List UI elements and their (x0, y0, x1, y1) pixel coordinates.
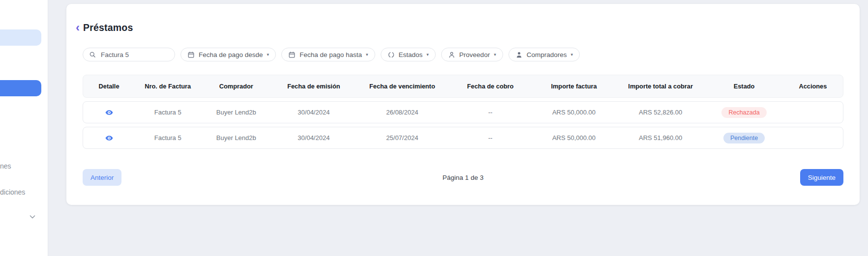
filters-bar: Fecha de pago desde ▾ Fecha de pago hast… (83, 48, 843, 61)
table-header-row: Detalle Nro. de Factura Comprador Fecha … (83, 75, 843, 98)
chevron-down-icon[interactable] (28, 212, 37, 221)
page-title: Préstamos (83, 22, 133, 33)
filter-label: Proveedor (459, 51, 490, 58)
pagination-bar: Anterior Página 1 de 3 Siguiente (83, 169, 843, 186)
calendar-icon (288, 51, 296, 58)
cell-total: ARS 51,960.00 (616, 134, 705, 142)
cell-vencimiento: 25/07/2024 (356, 134, 449, 142)
cell-importe: ARS 50,000.00 (532, 109, 616, 116)
person-filled-icon (515, 51, 523, 58)
filter-date-to-button[interactable]: Fecha de pago hasta ▾ (281, 48, 375, 61)
caret-down-icon: ▾ (426, 52, 429, 57)
filter-provider-button[interactable]: Proveedor ▾ (441, 48, 503, 61)
page-info: Página 1 de 3 (443, 174, 483, 181)
status-badge: Rechazada (721, 107, 766, 118)
cell-comprador: Buyer Lend2b (201, 134, 271, 142)
col-importe: Importe factura (532, 83, 616, 90)
caret-down-icon: ▾ (267, 52, 269, 57)
table-row: Factura 5 Buyer Lend2b 30/04/2024 26/08/… (83, 101, 843, 123)
filter-buyers-button[interactable]: Compradores ▾ (509, 48, 580, 61)
search-icon (89, 51, 96, 58)
filter-label: Estados (399, 51, 423, 58)
col-detalle: Detalle (83, 83, 135, 90)
view-detail-button[interactable] (105, 109, 113, 116)
col-cobro: Fecha de cobro (449, 83, 532, 90)
search-input[interactable] (101, 51, 170, 58)
sidebar: nes diciones (0, 0, 48, 256)
cell-cobro: -- (449, 109, 532, 116)
col-total: Importe total a cobrar (616, 83, 705, 90)
sidebar-item-label-truncated[interactable]: diciones (0, 188, 25, 196)
sidebar-item-label-truncated[interactable]: nes (0, 162, 11, 170)
eye-icon (105, 134, 113, 142)
sidebar-item-active[interactable] (0, 80, 41, 96)
filter-label: Compradores (527, 51, 567, 58)
cell-cobro: -- (449, 134, 532, 142)
calendar-icon (187, 51, 195, 58)
cell-vencimiento: 26/08/2024 (356, 109, 449, 116)
caret-down-icon: ▾ (494, 52, 496, 57)
view-detail-button[interactable] (105, 134, 113, 142)
loans-table: Detalle Nro. de Factura Comprador Fecha … (83, 75, 843, 149)
filter-label: Fecha de pago hasta (299, 51, 362, 58)
status-ring-icon (388, 51, 395, 58)
cell-comprador: Buyer Lend2b (201, 109, 271, 116)
previous-page-button[interactable]: Anterior (83, 169, 121, 186)
sidebar-item-highlight[interactable] (0, 29, 41, 46)
col-emision: Fecha de emisión (271, 83, 356, 90)
filter-label: Fecha de pago desde (199, 51, 263, 58)
eye-icon (105, 109, 113, 116)
col-nro-factura: Nro. de Factura (135, 83, 201, 90)
cell-emision: 30/04/2024 (271, 134, 356, 142)
col-vencimiento: Fecha de vencimiento (356, 83, 449, 90)
next-page-button[interactable]: Siguiente (800, 169, 843, 186)
search-input-wrapper[interactable] (83, 48, 175, 61)
col-acciones: Acciones (783, 83, 843, 90)
cell-total: ARS 52,826.00 (616, 109, 705, 116)
prestamos-panel: ‹ Préstamos Fecha de pago desde ▾ Fecha … (66, 4, 860, 205)
page-header: ‹ Préstamos (76, 21, 843, 34)
table-row: Factura 5 Buyer Lend2b 30/04/2024 25/07/… (83, 127, 843, 149)
cell-importe: ARS 50,000.00 (532, 134, 616, 142)
col-estado: Estado (705, 83, 783, 90)
caret-down-icon: ▾ (366, 52, 368, 57)
status-badge: Pendiente (723, 133, 765, 143)
filter-date-from-button[interactable]: Fecha de pago desde ▾ (180, 48, 276, 61)
person-outline-icon (448, 51, 455, 58)
caret-down-icon: ▾ (570, 52, 573, 57)
back-chevron-icon[interactable]: ‹ (76, 22, 80, 33)
cell-factura: Factura 5 (135, 134, 201, 142)
col-comprador: Comprador (201, 83, 271, 90)
cell-factura: Factura 5 (135, 109, 201, 116)
filter-states-button[interactable]: Estados ▾ (381, 48, 436, 61)
cell-emision: 30/04/2024 (271, 109, 356, 116)
